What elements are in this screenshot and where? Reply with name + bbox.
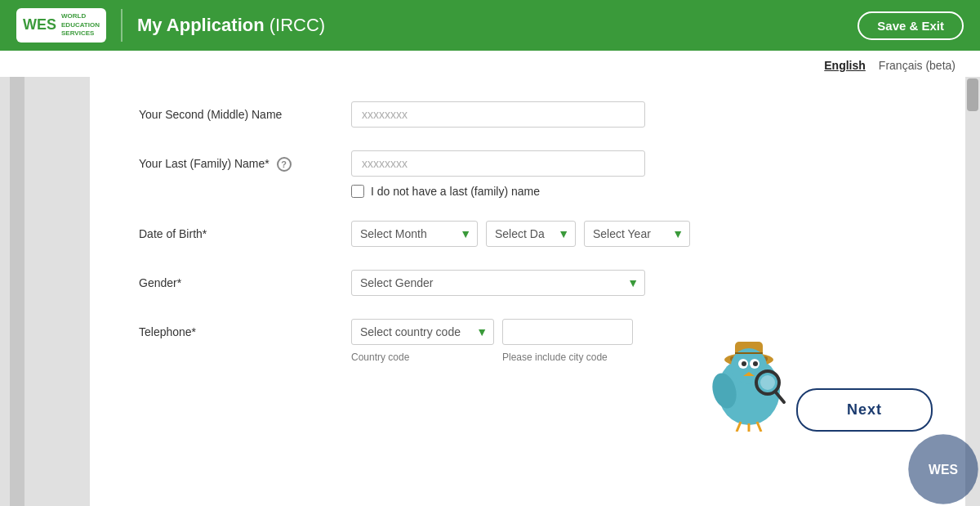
- dob-row: Date of Birth* Select Month ▼ Select Da …: [139, 221, 933, 247]
- year-select[interactable]: Select Year: [584, 221, 690, 247]
- city-code-label: Please include city code: [502, 349, 633, 364]
- svg-point-11: [753, 361, 758, 366]
- sidebar-inner: [10, 77, 24, 506]
- dob-control: Select Month ▼ Select Da ▼ Select Year: [351, 221, 933, 247]
- year-select-wrap: Select Year ▼: [584, 221, 690, 247]
- gender-row: Gender* Select Gender ▼: [139, 270, 933, 296]
- language-bar: English Français (beta): [0, 51, 980, 77]
- svg-line-16: [757, 422, 761, 432]
- last-name-help-icon[interactable]: ?: [277, 157, 292, 172]
- save-exit-button[interactable]: Save & Exit: [858, 11, 964, 40]
- phone-labels: Country code Please include city code: [351, 349, 933, 364]
- middle-name-row: Your Second (Middle) Name: [139, 101, 933, 128]
- bottom-logo: WES: [906, 432, 980, 506]
- gender-control: Select Gender ▼: [351, 270, 933, 296]
- main-wrapper: Your Second (Middle) Name Your Last (Fam…: [0, 77, 980, 506]
- gender-select-wrap: Select Gender ▼: [351, 270, 645, 296]
- no-last-name-checkbox[interactable]: [351, 185, 364, 198]
- english-lang-button[interactable]: English: [824, 59, 866, 72]
- svg-point-6: [760, 375, 775, 390]
- svg-point-9: [742, 361, 746, 366]
- french-lang-button[interactable]: Français (beta): [879, 59, 956, 72]
- svg-line-14: [737, 422, 741, 432]
- no-last-name-label: I do not have a last (family) name: [371, 185, 540, 198]
- last-name-control: I do not have a last (family) name: [351, 150, 933, 198]
- telephone-label: Telephone*: [139, 319, 351, 338]
- next-button[interactable]: Next: [796, 388, 933, 432]
- country-code-select[interactable]: Select country code: [351, 319, 494, 345]
- middle-name-input[interactable]: [351, 101, 645, 128]
- logo-wes-text: WES: [23, 16, 56, 34]
- telephone-row: Telephone* Select country code ▼: [139, 319, 933, 364]
- date-selects: Select Month ▼ Select Da ▼ Select Year: [351, 221, 933, 247]
- next-button-wrap: Next: [139, 388, 933, 432]
- month-select[interactable]: Select Month: [351, 221, 478, 247]
- country-code-select-wrap: Select country code ▼: [351, 319, 494, 345]
- scroll-thumb[interactable]: [967, 78, 978, 111]
- header-divider: [121, 9, 122, 42]
- logo-full-text: WORLD EDUCATION SERVICES: [61, 12, 100, 38]
- middle-name-control: [351, 101, 933, 128]
- form-content: Your Second (Middle) Name Your Last (Fam…: [90, 77, 965, 506]
- day-select[interactable]: Select Da: [486, 221, 576, 247]
- dob-label: Date of Birth*: [139, 221, 351, 240]
- sidebar: [0, 77, 90, 506]
- last-name-label: Your Last (Family) Name* ?: [139, 150, 351, 172]
- telephone-wrap: Select country code ▼ Country code Pleas…: [351, 319, 933, 364]
- gender-label: Gender*: [139, 270, 351, 289]
- svg-text:WES: WES: [929, 463, 958, 477]
- page-title: My Application (IRCC): [137, 15, 325, 36]
- wes-logo: WES WORLD EDUCATION SERVICES: [16, 8, 106, 42]
- gender-select[interactable]: Select Gender: [351, 270, 645, 296]
- last-name-row: Your Last (Family) Name* ? I do not have…: [139, 150, 933, 198]
- header: WES WORLD EDUCATION SERVICES My Applicat…: [0, 0, 980, 51]
- telephone-inputs: Select country code ▼: [351, 319, 933, 345]
- day-select-wrap: Select Da ▼: [486, 221, 576, 247]
- country-code-label: Country code: [351, 349, 494, 364]
- telephone-control: Select country code ▼ Country code Pleas…: [351, 319, 933, 364]
- month-select-wrap: Select Month ▼: [351, 221, 478, 247]
- phone-number-input[interactable]: [502, 319, 633, 345]
- bird-mascot: [696, 325, 802, 432]
- middle-name-label: Your Second (Middle) Name: [139, 101, 351, 121]
- no-last-name-row: I do not have a last (family) name: [351, 185, 933, 198]
- last-name-input[interactable]: [351, 150, 645, 177]
